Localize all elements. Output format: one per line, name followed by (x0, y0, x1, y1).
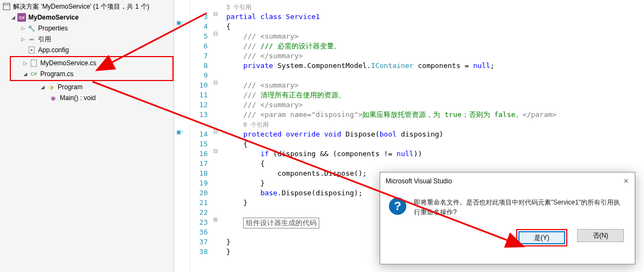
method-icon: ◉ (49, 94, 58, 102)
expander-icon[interactable]: ◢ (22, 71, 28, 77)
project-node[interactable]: ◢ C# MyDemoService (0, 12, 174, 23)
config-icon (27, 46, 36, 54)
expander-icon[interactable]: ▷ (20, 36, 26, 42)
programfile-label: Program.cs (40, 70, 73, 78)
fold-icon[interactable]: ⊟ (212, 30, 219, 36)
programclass-label: Program (58, 83, 83, 91)
mainmethod-node[interactable]: ◉ Main() : void (0, 92, 174, 103)
fold-icon[interactable]: ⊟ (212, 79, 219, 85)
programfile-node[interactable]: ◢ C# Program.cs (12, 69, 171, 79)
solution-icon (2, 2, 11, 11)
close-icon[interactable]: ✕ (622, 177, 630, 186)
references-icon: ▫▫ (27, 35, 36, 44)
no-button[interactable]: 否(N) (577, 229, 624, 242)
appconfig-label: App.config (38, 46, 69, 54)
properties-label: Properties (38, 24, 68, 32)
references-label: 引用 (38, 35, 51, 44)
fold-icon[interactable]: ⊞ (212, 217, 219, 222)
cs-file-icon (29, 59, 38, 67)
expander-icon[interactable]: ▷ (22, 60, 28, 66)
expander-icon[interactable]: ▷ (20, 25, 26, 32)
expander-icon[interactable]: ◢ (10, 14, 16, 21)
programclass-node[interactable]: ◢ ⬗ Program (0, 82, 174, 92)
project-label: MyDemoService (28, 14, 79, 21)
solution-label: 解决方案 'MyDemoService' (1 个项目，共 1 个) (13, 2, 150, 11)
question-icon: ? (389, 197, 406, 215)
wrench-icon: 🔧 (27, 24, 36, 33)
servicefile-label: MyDemoService.cs (40, 59, 96, 67)
svg-rect-0 (3, 3, 10, 10)
dialog-title-bar[interactable]: Microsoft Visual Studio ✕ (380, 172, 635, 190)
spacer (20, 47, 26, 53)
fold-icon[interactable]: ⊟ (212, 148, 219, 154)
appconfig-node[interactable]: App.config (0, 45, 174, 55)
csharp-project-icon: C# (17, 13, 26, 22)
solution-node[interactable]: 解决方案 'MyDemoService' (1 个项目，共 1 个) (0, 1, 174, 12)
svg-point-3 (30, 49, 33, 51)
servicefile-node[interactable]: ▷ MyDemoService.cs (12, 58, 171, 69)
fold-margin: ⊟ ⊟ ⊟ ⊟ ⊟ ⊞ (212, 0, 222, 272)
mainmethod-label: Main() : void (60, 94, 96, 102)
dialog-message: 即将重命名文件。是否也对此项目中对代码元素"Service1"的所有引用执行重命… (414, 197, 626, 217)
solution-explorer: 解决方案 'MyDemoService' (1 个项目，共 1 个) ◢ C# … (0, 0, 174, 272)
references-node[interactable]: ▷ ▫▫ 引用 (0, 34, 174, 45)
dialog-title-text: Microsoft Visual Studio (386, 177, 452, 185)
class-icon: ⬗ (47, 83, 55, 91)
properties-node[interactable]: ▷ 🔧 Properties (0, 23, 174, 34)
editor-gutter: ▣↑ ▣↑ (174, 0, 190, 272)
fold-icon[interactable]: ⊟ (212, 11, 219, 17)
rename-dialog: Microsoft Visual Studio ✕ ? 即将重命名文件。是否也对… (380, 172, 635, 264)
svg-rect-4 (31, 60, 36, 66)
line-numbers: 3 4 5 6 7 8 9 10 11 12 13 14 15 16 17 18… (190, 0, 212, 272)
collapsed-region[interactable]: 组件设计器生成的代码 (243, 218, 319, 228)
cs-file-icon: C# (29, 70, 38, 78)
expander-icon[interactable]: ◢ (39, 84, 46, 90)
yes-button[interactable]: 是(Y) (518, 231, 565, 244)
fold-icon[interactable]: ⊟ (212, 128, 219, 134)
